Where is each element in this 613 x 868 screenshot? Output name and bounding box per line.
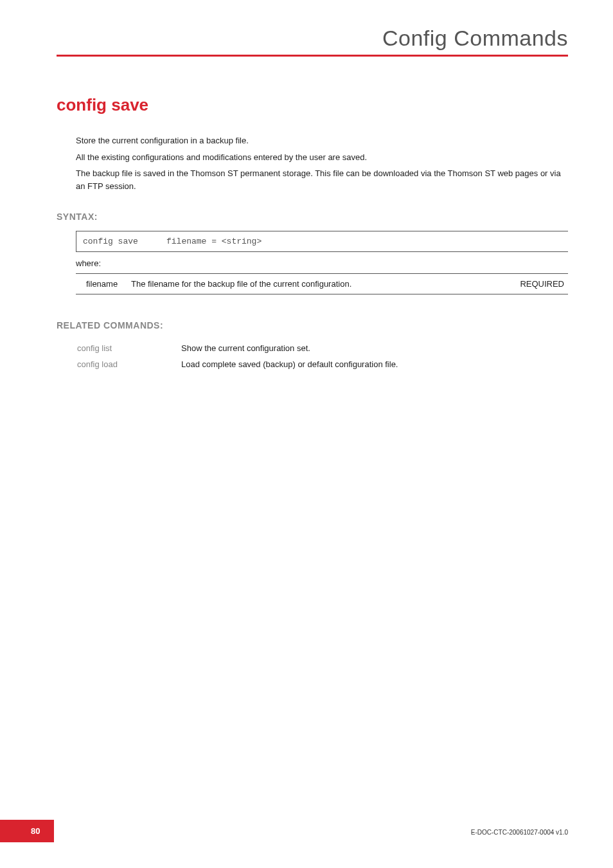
syntax-command: config save xyxy=(83,237,166,246)
header-title: Config Commands xyxy=(57,26,568,51)
related-table: config list Show the current configurati… xyxy=(76,339,399,373)
related-cmd: config load xyxy=(77,357,180,372)
param-name: filename xyxy=(76,274,127,294)
where-label: where: xyxy=(76,258,568,268)
description-line-2: All the existing configurations and modi… xyxy=(76,151,568,164)
related-row: config list Show the current configurati… xyxy=(77,341,398,356)
related-row: config load Load complete saved (backup)… xyxy=(77,357,398,372)
page-number: 80 xyxy=(0,820,54,842)
header-rule xyxy=(57,55,568,57)
param-req: REQUIRED xyxy=(497,274,568,294)
description-line-3: The backup file is saved in the Thomson … xyxy=(76,167,568,192)
param-table: filename The filename for the backup fil… xyxy=(76,273,568,294)
related-desc: Load complete saved (backup) or default … xyxy=(181,357,398,372)
syntax-args: filename = <string> xyxy=(166,237,262,246)
doc-id: E-DOC-CTC-20061027-0004 v1.0 xyxy=(471,829,568,836)
page: Config Commands config save Store the cu… xyxy=(0,0,613,868)
related-desc: Show the current configuration set. xyxy=(181,341,398,356)
syntax-label: SYNTAX: xyxy=(57,212,568,222)
header: Config Commands xyxy=(57,26,568,63)
related-cmd: config list xyxy=(77,341,180,356)
param-row: filename The filename for the backup fil… xyxy=(76,274,568,294)
command-title: config save xyxy=(57,95,568,115)
description-line-1: Store the current configuration in a bac… xyxy=(76,134,568,147)
param-desc: The filename for the backup file of the … xyxy=(127,274,497,294)
syntax-box: config save filename = <string> xyxy=(76,231,568,252)
related-label: RELATED COMMANDS: xyxy=(57,320,568,330)
